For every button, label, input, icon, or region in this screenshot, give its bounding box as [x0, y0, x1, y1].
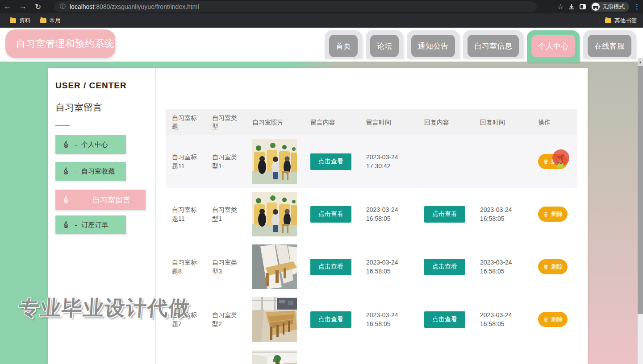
incognito-badge: 无痕模式: [590, 2, 629, 12]
table-row: 自习室标题11自习室类型1点击查看2023-03-2416:58:05点击查看2…: [166, 188, 577, 240]
nav-tab-label: 通知公告: [411, 35, 455, 57]
delete-button[interactable]: 删除: [538, 207, 568, 222]
room-photo-cell: [246, 244, 304, 289]
column-header-3: 自习室照片: [246, 118, 304, 127]
room-photo-cell: [246, 297, 304, 342]
browser-menu-icon[interactable]: ⋮: [634, 3, 640, 11]
menu-dash: -: [75, 221, 77, 229]
sidebar-title: USER / CENTER: [55, 81, 127, 91]
forward-icon[interactable]: →: [15, 2, 30, 11]
sidebar-item-2[interactable]: -自习室收藏: [55, 162, 126, 181]
reply-time-cell: 2023-03-2416:58:05: [474, 205, 532, 223]
folder-icon: [40, 18, 46, 23]
nav-tab-label: 个人中心: [531, 35, 575, 57]
flame-icon: [61, 220, 71, 230]
column-header-5: 留言时间: [360, 118, 418, 127]
study-room-carrels-empty: [252, 244, 297, 289]
column-header-6: 回复内容: [418, 118, 474, 127]
room-photo-cell: [246, 192, 304, 236]
actions-cell: 删除: [532, 312, 577, 327]
trash-icon: [543, 264, 549, 270]
menu-dash: -: [75, 168, 77, 175]
nav-tab-3[interactable]: 通知公告: [407, 30, 459, 58]
room-title-cell: 自习室标题11: [166, 205, 206, 223]
site-title: 自习室管理和预约系统: [16, 37, 114, 50]
other-bookmarks[interactable]: 其他书签: [605, 17, 637, 25]
actions-cell: 删除: [532, 259, 577, 274]
trash-icon: [543, 317, 549, 323]
bookmark-star-icon[interactable]: ☆: [558, 3, 564, 11]
nav-tab-6[interactable]: 在线客服: [583, 30, 636, 58]
reload-icon[interactable]: ↻: [30, 2, 46, 12]
view-button[interactable]: 点击查看: [424, 206, 465, 223]
sidebar-item-1[interactable]: -个人中心: [55, 135, 126, 154]
download-icon[interactable]: [568, 3, 575, 10]
nav-tab-1[interactable]: 首页: [325, 30, 362, 58]
view-button[interactable]: 点击查看: [424, 311, 465, 328]
scrollbar-up-arrow[interactable]: ▲: [638, 58, 643, 66]
reply-time-cell: 2023-03-2416:58:05: [474, 258, 532, 276]
page-info-icon[interactable]: ⓘ: [60, 3, 66, 11]
browser-chrome: ← → ↻ ⓘ localhost:8080/zxsguanliyuyue/fr…: [0, 0, 643, 13]
nav-tab-label: 论坛: [370, 35, 399, 57]
nav-tab-2[interactable]: 论坛: [366, 30, 403, 58]
reply-time-cell: 2023-03-2416:58:05: [474, 310, 532, 328]
page-scrollbar[interactable]: ▲: [638, 58, 643, 364]
study-room-carrels-people: [252, 192, 297, 236]
column-header-4: 留言内容: [304, 118, 360, 127]
delete-button[interactable]: 删除: [538, 259, 568, 274]
nav-tab-label: 自习室信息: [468, 35, 519, 57]
message-content-cell: 点击查看: [304, 153, 360, 170]
room-title-cell: 自习室标题11: [166, 153, 206, 170]
room-title-cell: 自习室标题8: [166, 258, 206, 276]
column-header-1: 自习室标题: [166, 114, 206, 131]
site-header: 自习室管理和预约系统 首页论坛通知公告自习室信息个人中心在线客服: [0, 28, 643, 62]
divider: [600, 17, 600, 24]
actions-cell: 删除: [532, 207, 577, 222]
delete-button[interactable]: 删除: [538, 154, 568, 169]
sidebar-item-4[interactable]: -订座订单: [55, 215, 126, 234]
message-time-cell: 2023-03-2417:30:42: [360, 153, 418, 170]
message-time-cell: 2023-03-2416:58:05: [360, 258, 418, 276]
nav-tab-5[interactable]: 个人中心: [527, 30, 580, 62]
sidebar-item-3[interactable]: ——自习室留言: [55, 190, 146, 210]
nav-tab-label: 在线客服: [588, 35, 631, 57]
sidebar-subtitle: 自习室留言: [55, 101, 102, 114]
sidebar-item-label: 订座订单: [81, 221, 108, 229]
bookmark-folder-1[interactable]: 资料: [10, 17, 30, 25]
message-content-cell: 点击查看: [304, 259, 360, 275]
view-button[interactable]: 点击查看: [424, 259, 465, 275]
bookmark-folder-2[interactable]: 常用: [40, 17, 61, 25]
nav-tab-4[interactable]: 自习室信息: [463, 30, 523, 58]
view-button[interactable]: 点击查看: [310, 311, 351, 328]
scrollbar-thumb[interactable]: [638, 66, 643, 314]
message-table-area: 自习室标题自习室类型自习室照片留言内容留言时间回复内容回复时间操作 自习室标题1…: [156, 68, 588, 364]
study-room-carrels-people: [252, 139, 297, 184]
view-button[interactable]: 点击查看: [310, 259, 351, 275]
back-icon[interactable]: ←: [0, 2, 15, 11]
site-logo: 自习室管理和预约系统: [5, 29, 115, 58]
url-bar[interactable]: ⓘ localhost:8080/zxsguanliyuyue/front/in…: [54, 1, 537, 12]
message-content-cell: 点击查看: [304, 206, 360, 223]
delete-button[interactable]: 删除: [538, 312, 568, 327]
url-text[interactable]: localhost:8080/zxsguanliyuyue/front/inde…: [70, 3, 199, 10]
study-room-partition-plant: [252, 350, 297, 364]
table-row: 自习室标题7自习室类型2点击查看2023-03-2416:58:05点击查看20…: [166, 293, 577, 346]
nav-tab-label: 首页: [329, 35, 358, 57]
sidebar-item-label: 自习室收藏: [81, 167, 115, 176]
study-room-aisle: [252, 297, 297, 342]
column-header-8: 操作: [532, 118, 577, 127]
incognito-icon: [592, 3, 600, 11]
sidebar-item-label: 自习室留言: [92, 195, 130, 205]
folder-icon: [605, 18, 611, 23]
menu-dash: ——: [75, 196, 88, 204]
message-time-cell: 2023-03-2416:58:05: [360, 310, 418, 328]
room-type-cell: 自习室类型3: [206, 258, 246, 276]
divider: [55, 125, 70, 126]
view-button[interactable]: 点击查看: [310, 153, 351, 170]
main-nav: 首页论坛通知公告自习室信息个人中心在线客服: [325, 30, 636, 62]
reply-content-cell: 点击查看: [418, 259, 474, 275]
reply-content-cell: 点击查看: [418, 311, 474, 328]
view-button[interactable]: 点击查看: [310, 206, 351, 223]
side-panel-icon[interactable]: [580, 4, 586, 9]
